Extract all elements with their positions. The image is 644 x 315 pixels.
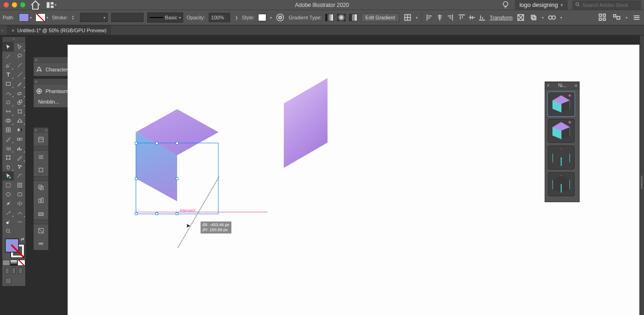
align-right-button[interactable] [446,13,454,22]
print-tiling-tool[interactable] [2,181,14,190]
close-icon[interactable]: × [547,83,550,88]
stroke-panel-button[interactable] [34,151,48,163]
appearance-panel-button[interactable] [34,163,48,176]
color-mode-gradient[interactable] [10,260,18,266]
blob-brush-tool[interactable] [2,217,14,227]
gradient-tool[interactable] [14,125,25,134]
lasso-tool[interactable] [14,52,25,61]
align-top-button[interactable] [458,13,466,22]
align-bottom-button[interactable] [478,13,486,22]
zoom-tool[interactable] [2,227,14,236]
slice-tool[interactable] [14,153,25,162]
placeholder-tool[interactable] [14,227,25,236]
panel-menu-button[interactable] [632,13,641,22]
close-window-button[interactable] [4,2,9,7]
chevron-down-icon[interactable]: ▾ [560,16,562,20]
isolate-group-button[interactable] [403,13,412,22]
resize-handle[interactable] [155,212,158,215]
sample-thumbnail[interactable] [548,92,575,116]
fill-swatch[interactable] [19,13,29,22]
transform-panel-button[interactable] [34,207,48,220]
opacity-field[interactable]: 100% [209,13,230,22]
anchor-point-tool[interactable] [2,199,14,208]
arrange-button[interactable] [529,13,538,22]
paintbrush-tool[interactable] [14,79,25,88]
type-tool[interactable] [2,70,14,79]
scale-tool[interactable] [14,98,25,107]
symbol-sprayer-tool[interactable] [2,144,14,153]
line-segment-tool[interactable] [14,70,25,79]
magic-wand-tool[interactable] [2,52,14,61]
select-similar-button[interactable] [547,13,557,22]
chevron-down-icon[interactable]: ▾ [416,16,418,20]
chevron-down-icon[interactable]: ▾ [626,16,627,20]
tools-collapse-handle[interactable]: « [2,37,25,42]
shape-properties-button[interactable] [516,13,525,22]
symbol-samples-panel[interactable]: × Ni... « [545,82,580,202]
shape-builder-tool[interactable] [2,116,14,125]
puppet-warp-tool[interactable] [14,162,25,171]
pen-tool[interactable] [2,61,14,70]
color-mode-solid[interactable] [2,260,10,266]
sample-thumbnail[interactable] [548,172,575,196]
direct-selection-tool[interactable] [14,42,25,52]
swap-fill-stroke-icon[interactable]: ⇄ [21,237,24,241]
adobe-stock-search[interactable] [572,0,641,10]
column-graph-tool[interactable] [14,144,25,153]
fill-stroke-proxy[interactable]: ⇄ [2,236,25,260]
close-tab-button[interactable]: × [12,28,14,33]
transparency-panel-button[interactable] [34,224,48,237]
fill-color-control[interactable]: ▾ [19,13,32,22]
rotate-tool[interactable] [2,98,14,107]
reflect-tool[interactable] [14,199,25,208]
hand-tool[interactable] [2,162,14,171]
mesh-tool[interactable] [2,125,14,134]
document-tab[interactable]: × Untitled-1* @ 50% (RGB/GPU Preview) [7,25,111,35]
smooth-tool[interactable] [14,208,25,217]
edit-gradient-button[interactable]: Edit Gradient [361,13,399,22]
zoom-window-button[interactable] [20,2,25,7]
close-icon[interactable]: × [35,79,38,84]
measure-tool[interactable] [14,171,25,181]
knife-tool[interactable] [2,208,14,217]
draw-behind-button[interactable] [12,268,16,274]
artboard[interactable]: intersect ➤ dX: -453.46 px dY: 150.59 px… [68,45,644,315]
width-tool[interactable] [2,107,14,116]
resize-handle[interactable] [135,142,138,145]
adobe-stock-search-input[interactable] [582,2,644,8]
align-to-button[interactable] [612,13,621,22]
selection-bounding-box[interactable]: intersect ➤ dX: -453.46 px dY: 150.59 px [136,143,218,214]
stroke-color-control[interactable]: ▾ [35,13,48,22]
panel-menu-icon[interactable]: « [575,83,577,88]
shaper-tool[interactable] [2,88,14,98]
curvature-tool[interactable] [14,61,25,70]
gradient-panel-button[interactable] [34,237,48,250]
perspective-grid-tool[interactable] [14,116,25,125]
minimize-window-button[interactable] [12,2,17,7]
stroke-weight-field[interactable]: ▾ [80,13,108,22]
draw-normal-button[interactable] [5,268,9,274]
graphic-style-swatch[interactable] [258,14,266,21]
dock-grip-icon[interactable] [641,175,643,189]
gradient-linear-button[interactable] [325,14,334,21]
chevron-down-icon[interactable]: ▾ [270,16,272,20]
parallelogram-shape[interactable] [284,78,328,168]
transform-panel-link[interactable]: Transform [490,15,513,20]
cube-artwork[interactable]: intersect ➤ dX: -453.46 px dY: 150.59 px [136,109,218,206]
grid-layout-button[interactable] [598,13,607,22]
expand-icon[interactable]: » [45,128,47,133]
stroke-proxy[interactable] [11,244,24,258]
arrange-documents-menu[interactable]: ▾ [46,1,57,9]
align-panel-button[interactable] [34,194,48,207]
close-icon[interactable]: × [34,128,37,133]
stroke-weight-stepper[interactable]: ▲▼ [72,15,76,20]
variable-width-profile[interactable] [111,13,144,22]
live-paint-selection-tool[interactable] [2,171,14,181]
draw-inside-button[interactable] [18,268,23,274]
workspace-switcher[interactable]: logo designing [515,0,568,10]
recolor-artwork-button[interactable] [276,13,285,22]
eraser-tool[interactable] [14,88,25,98]
free-transform-tool[interactable] [14,107,25,116]
color-mode-none[interactable] [17,260,25,266]
selection-tool[interactable] [2,42,14,52]
